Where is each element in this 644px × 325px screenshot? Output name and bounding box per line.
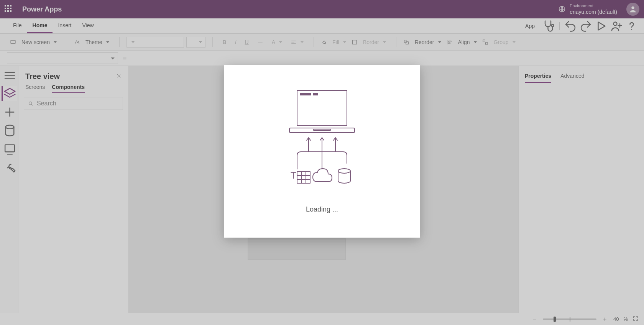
svg-rect-30 xyxy=(300,93,311,95)
loading-illustration-icon: T xyxy=(276,83,368,198)
svg-text:T: T xyxy=(291,170,296,181)
loading-modal: T Loading ... xyxy=(224,65,420,238)
modal-overlay: T Loading ... xyxy=(0,0,644,325)
svg-point-44 xyxy=(338,169,350,173)
svg-rect-31 xyxy=(313,93,318,95)
svg-rect-39 xyxy=(297,172,310,183)
svg-rect-29 xyxy=(297,90,347,126)
svg-rect-33 xyxy=(314,129,330,131)
loading-text: Loading ... xyxy=(306,205,338,213)
